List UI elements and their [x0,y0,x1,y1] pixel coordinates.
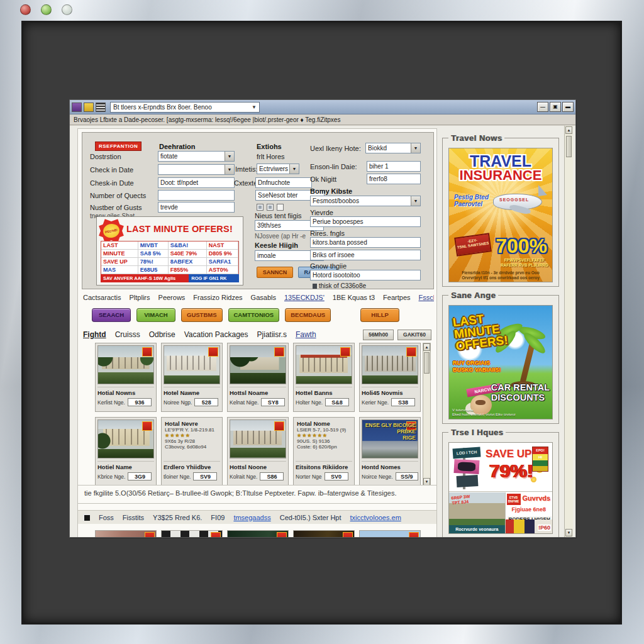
combo-arrow-icon[interactable]: ▼ [252,104,257,110]
app-icon[interactable] [72,103,82,112]
hotel-card[interactable]: Hotiel Name Kbrice Nge. 3G9 [95,417,157,486]
scroll-up-icon[interactable]: ▲ [565,126,572,134]
hotel-card[interactable]: Hottel Banns Holter Nge. S&8 [293,343,355,412]
footer-link[interactable]: Foss [99,514,114,521]
action-button[interactable]: SEAACH [92,308,131,322]
hotel-type-select[interactable]: Biokkd▼ [365,143,421,153]
scroll-up-icon[interactable]: ▲ [423,343,430,351]
chevron-down-icon[interactable]: ▼ [411,143,420,153]
cxtextec-input[interactable] [255,177,312,188]
action-button[interactable]: BECMDAUS [285,308,331,322]
enson-input[interactable] [367,161,421,172]
hotel-card[interactable]: Hotial Nowns Kerlist Nge. 936 [95,343,157,412]
nights-input[interactable] [367,174,421,184]
blank-light-icon[interactable] [62,4,72,15]
price-value[interactable]: 3G9 [128,472,152,480]
bookmark-icon[interactable] [84,103,94,112]
hotel-card[interactable]: Holi45 Novmis Kerier Nge. S38 [359,343,421,412]
scroll-down-icon[interactable]: ▼ [565,529,572,536]
imtetis-select[interactable]: Ectrviwers▼ [257,164,299,174]
tab[interactable]: Fawth [296,330,316,339]
tab-action-button[interactable]: GAKIT60 [397,330,431,340]
travel-insurance-ad[interactable]: TRAVEL INSURANCE Pestig BtedPaerovtel SE… [448,148,553,282]
footer-link[interactable]: Y3$25 Rred K6. [153,514,202,521]
grid-scroll-thumb[interactable] [424,352,430,374]
hotel-card[interactable]: Hotal Nevre LE'9'P'R Y. 1/8-219.81 ★★★★★… [161,417,223,486]
checkin-date-input[interactable] [158,177,235,188]
hotel-card[interactable]: Hotal Nome LSIER 5-7, 10-519 (9) ★★★★★★ … [293,417,355,486]
price-value[interactable]: 528 [194,398,218,406]
bomy-select[interactable]: Fesmost/boobos▼ [310,196,421,206]
close-button[interactable]: ▬ [562,102,574,112]
nav-link[interactable]: Cactsaractis [83,294,121,301]
price-value[interactable]: SY8 [261,398,285,406]
close-light-icon[interactable] [20,4,31,15]
nav-link[interactable]: Pltplirs [130,294,150,301]
price-value[interactable]: SV9 [193,472,217,480]
power-light-icon[interactable] [41,4,52,15]
option-checkbox[interactable] [277,204,284,211]
nav-link[interactable]: 135ECKDJS' [284,294,325,301]
rires-input-2[interactable] [310,250,421,260]
nav-link[interactable]: Feartpes [383,294,410,301]
price-value[interactable]: S86 [260,472,284,480]
last-minute-ad[interactable]: LASTMINUTEOFFERS! RUY ORGIAISBUSKO VABIA… [448,305,553,419]
search-button[interactable]: SANNCN [257,267,293,278]
chevron-down-icon[interactable]: ▼ [289,164,299,174]
tab[interactable]: Odbrise [149,330,175,339]
guests-name-input[interactable] [158,202,235,213]
nav-link[interactable]: Fssclages [419,294,434,301]
action-button[interactable]: CAMTTONIOS [228,308,280,322]
grid-scrollbar[interactable]: ▲ ▼ [423,343,431,486]
price-value[interactable]: S&8 [325,398,349,406]
hotel-card[interactable]: Hottsl Noame Kelnat Nige. SY8 [227,343,289,412]
nav-link[interactable]: Gasabls [251,294,276,301]
tab[interactable]: Pjiatiisr.s [257,330,287,339]
yievrde-input[interactable] [310,216,421,227]
action-button[interactable]: GUSTBMS [181,308,223,322]
menu-lines-icon[interactable] [96,103,106,112]
nav-link[interactable]: Frassizo Ridzes [193,294,242,301]
minimize-button[interactable]: — [537,102,548,112]
action-button[interactable]: VIMACH [136,308,175,322]
tab[interactable]: Cruisss [115,330,140,339]
hotel-card[interactable]: Hottsl Noone Kolrait Nge. S86 [227,417,289,486]
browser-menubar[interactable]: Brvaojes Lfbxte a Dade-pecoser. [asgtg-m… [70,115,575,125]
chevron-down-icon[interactable]: ▼ [225,152,234,161]
price-value[interactable]: SS/9 [396,472,418,480]
tab-action-button[interactable]: 56Mh00 [363,330,394,340]
address-combo[interactable]: Bt tloers x-Erpndts Brx 8oer. Benoo ▼ [110,102,260,113]
page-scrollbar[interactable]: ▲ ▼ [564,126,573,537]
hotel-card-partial[interactable] [161,530,223,537]
chevron-down-icon[interactable]: ▼ [225,165,234,174]
nav-link[interactable]: Peerows [158,294,186,301]
hotel-card[interactable]: ENSE GLY BICOIGEPRBKERIGE Hontd Nomes No… [359,417,421,486]
destination-select[interactable]: fiotate▼ [158,151,235,162]
chevron-down-icon[interactable]: ▼ [411,196,420,206]
gnow-input[interactable] [310,270,421,280]
hotel-card[interactable]: Hotel Nawne Noiree Ngp. 528 [161,343,223,412]
checkin-date-select[interactable]: ▼ [158,164,235,175]
hotel-card-partial[interactable] [227,530,289,537]
rires-input-1[interactable] [310,237,421,248]
page-scroll-thumb[interactable] [566,136,572,157]
footer-link[interactable]: FI09 [211,514,225,521]
tab[interactable]: Fightd [83,330,106,339]
footer-link[interactable]: Ced-t0I5.) Sxter Hpt [280,514,341,521]
action-button[interactable]: HILLP [360,308,399,322]
hotel-card-partial[interactable] [95,530,157,537]
footer-link[interactable]: Fisstits [123,514,144,521]
option-checkbox[interactable] [257,204,264,211]
nav-link[interactable]: 1BE Kquas t3 [333,294,375,301]
save-up-ad[interactable]: LOD I TCH SAVE UP 79%! EPO!I4I 6R6P 3WTP… [448,442,553,534]
hotel-card-partial[interactable] [293,530,355,537]
option-checkbox[interactable] [267,204,274,211]
price-value[interactable]: SV0 [325,472,348,480]
hotel-card-partial[interactable] [359,530,421,537]
guests-count-input[interactable] [158,190,235,201]
footer-link[interactable]: tmsegaadss [233,514,270,521]
price-value[interactable]: 936 [128,398,152,406]
maximize-button[interactable]: ▣ [550,102,561,112]
last-minute-offers-box[interactable]: PEC%B! LAST MINUTE OFFERS! LASTMIVBTS&BA… [96,216,243,286]
footer-link[interactable]: txicctvolooes.em [350,514,401,521]
